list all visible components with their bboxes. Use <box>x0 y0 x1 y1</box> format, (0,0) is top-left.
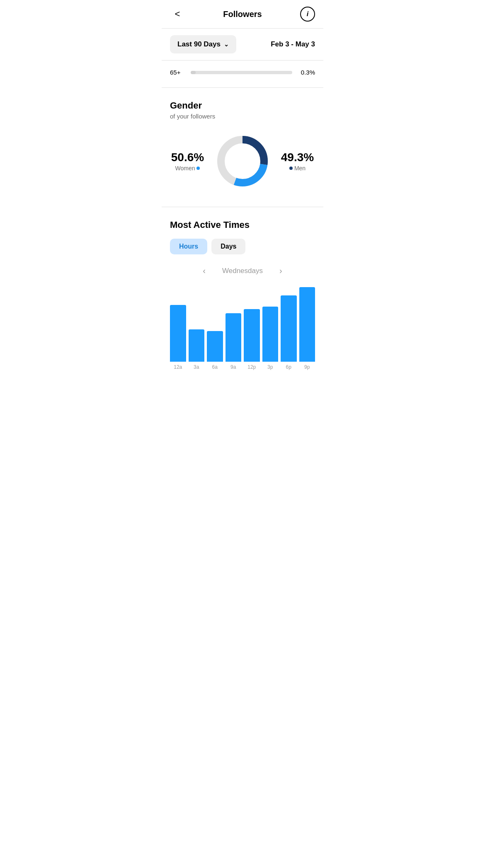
gender-subtitle: of your followers <box>170 113 315 120</box>
toggle-group: Hours Days <box>170 239 315 254</box>
bar-x-label: 9p <box>304 364 310 370</box>
bar-x-label: 12a <box>174 364 182 370</box>
bar-x-label: 6a <box>212 364 218 370</box>
age-label: 65+ <box>170 69 187 76</box>
page-title: Followers <box>223 10 262 19</box>
header: < Followers i <box>162 0 323 29</box>
filter-bar: Last 90 Days ⌄ Feb 3 - May 3 <box>162 29 323 60</box>
gender-title: Gender <box>170 100 315 111</box>
date-filter-button[interactable]: Last 90 Days ⌄ <box>170 35 236 53</box>
bar-column: 3a <box>189 287 205 370</box>
bar-x-label: 3a <box>194 364 199 370</box>
men-stat: 49.3% Men <box>280 151 315 172</box>
bar <box>189 329 205 362</box>
active-times-title: Most Active Times <box>170 220 315 230</box>
info-button[interactable]: i <box>300 7 315 22</box>
bar-x-label: 3p <box>267 364 273 370</box>
bar-column: 12a <box>170 287 186 370</box>
women-stat: 50.6% Women <box>170 151 205 172</box>
bar-column: 12p <box>244 287 260 370</box>
women-label-text: Women <box>175 165 195 172</box>
bar <box>226 313 242 362</box>
prev-day-button[interactable]: ‹ <box>199 264 210 277</box>
date-filter-label: Last 90 Days <box>177 40 221 48</box>
bar <box>262 307 279 362</box>
bar-column: 6a <box>207 287 223 370</box>
men-label: Men <box>280 165 315 172</box>
women-dot <box>196 167 200 170</box>
active-times-section: Most Active Times Hours Days ‹ Wednesday… <box>162 207 323 378</box>
chevron-down-icon: ⌄ <box>224 41 229 48</box>
days-toggle[interactable]: Days <box>211 239 245 254</box>
donut-chart <box>213 132 272 190</box>
age-section: 65+ 0.3% <box>162 60 323 88</box>
day-navigator: ‹ Wednesdays › <box>170 264 315 277</box>
gender-chart: 50.6% Women 49.3% Men <box>170 132 315 190</box>
bar-column: 9a <box>226 287 242 370</box>
bar-x-label: 6p <box>286 364 291 370</box>
bar <box>299 287 315 362</box>
bar-column: 6p <box>281 287 297 370</box>
bar <box>207 331 223 362</box>
bar-x-label: 12p <box>247 364 256 370</box>
date-range-display: Feb 3 - May 3 <box>271 40 315 48</box>
age-bar-fill <box>191 71 196 74</box>
bar-column: 9p <box>299 287 315 370</box>
bar <box>244 309 260 362</box>
age-percentage: 0.3% <box>296 69 315 76</box>
gender-section: Gender of your followers 50.6% Women 49.… <box>162 88 323 207</box>
men-percentage: 49.3% <box>280 151 315 164</box>
bar-chart: 12a3a6a9a12p3p6p9p <box>170 287 315 370</box>
bar <box>281 295 297 362</box>
current-day-label: Wednesdays <box>222 267 263 275</box>
age-bar-container <box>191 71 292 74</box>
bar-column: 3p <box>262 287 279 370</box>
women-percentage: 50.6% <box>170 151 205 164</box>
donut-svg <box>213 132 272 190</box>
bar-x-label: 9a <box>230 364 236 370</box>
men-dot <box>289 167 293 170</box>
age-row: 65+ 0.3% <box>170 69 315 76</box>
men-label-text: Men <box>294 165 306 172</box>
bar <box>170 305 186 362</box>
next-day-button[interactable]: › <box>275 264 286 277</box>
women-label: Women <box>170 165 205 172</box>
hours-toggle[interactable]: Hours <box>170 239 207 254</box>
back-button[interactable]: < <box>170 9 185 19</box>
